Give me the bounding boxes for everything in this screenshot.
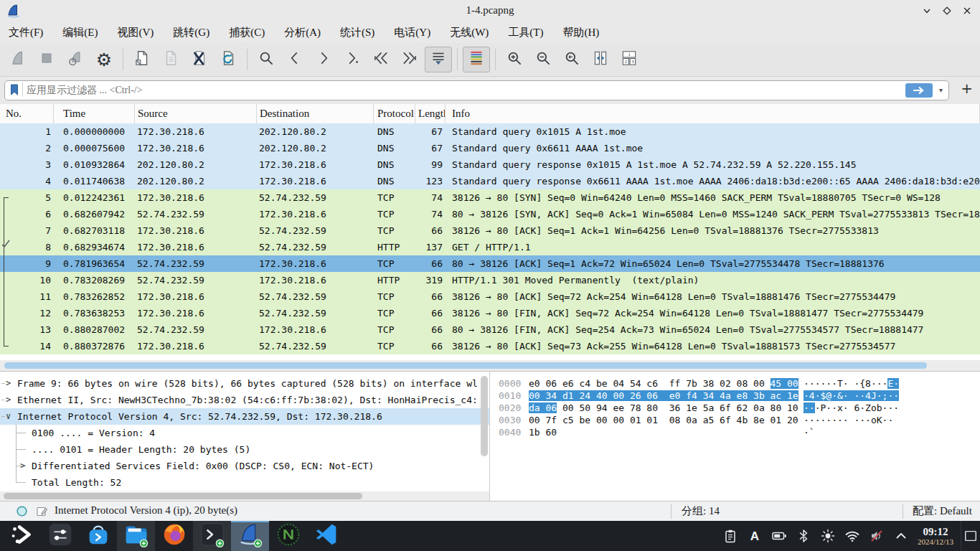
dock-item-terminal[interactable]	[193, 521, 231, 551]
find-packet-button[interactable]	[253, 47, 280, 72]
dock-item-file-manager[interactable]	[117, 521, 155, 551]
detail-row-5[interactable]: >Differentiated Services Field: 0x00 (DS…	[0, 458, 489, 474]
detail-row-0[interactable]: >Frame 9: 66 bytes on wire (528 bits), 6…	[0, 375, 489, 392]
detail-row-4[interactable]: .... 0101 = Header Length: 20 bytes (5)	[0, 441, 489, 458]
packet-row-6[interactable]: 60.68260794252.74.232.59172.30.218.6TCP7…	[0, 206, 980, 222]
colorize-packets-button[interactable]	[463, 47, 490, 72]
details-vscrollbar-thumb[interactable]	[481, 376, 488, 456]
column-header-destination[interactable]: Destination	[257, 104, 374, 123]
column-header-length[interactable]: Length	[415, 104, 446, 123]
tray-collapse-icon[interactable]	[890, 525, 912, 547]
packet-row-7[interactable]: 70.682703118172.30.218.652.74.232.59TCP6…	[0, 222, 980, 239]
menu-item-5[interactable]: 分析(A)	[284, 26, 321, 39]
add-filter-button[interactable]: +	[961, 81, 973, 95]
layout-chooser-button[interactable]: 123	[616, 47, 643, 72]
detail-row-2[interactable]: ∨Internet Protocol Version 4, Src: 52.74…	[0, 408, 489, 425]
menu-item-0[interactable]: 文件(F)	[9, 26, 43, 39]
packet-row-1[interactable]: 10.000000000172.30.218.6202.120.80.2DNS6…	[0, 123, 980, 140]
details-hscrollbar[interactable]	[0, 491, 489, 501]
go-last-packet-button[interactable]	[396, 47, 423, 72]
packet-row-3[interactable]: 30.010932864202.120.80.2172.30.218.6DNS9…	[0, 156, 980, 173]
close-file-button[interactable]	[186, 47, 213, 72]
minimize-button[interactable]	[921, 5, 933, 17]
apply-filter-button[interactable]	[905, 83, 933, 98]
column-header-info[interactable]: Info	[446, 104, 980, 123]
hex-row-0000[interactable]: 0000e0 06 e6 c4 be 04 54 c6 ff 7b 38 02 …	[490, 377, 980, 390]
go-to-packet-button[interactable]	[339, 47, 366, 72]
tray-clipboard-icon[interactable]	[720, 525, 741, 547]
expert-info-icon[interactable]	[16, 505, 28, 520]
display-filter-field[interactable]: ▾	[4, 80, 949, 100]
dock-item-app-store[interactable]	[79, 521, 117, 551]
tray-bluetooth-icon[interactable]	[793, 525, 814, 547]
tray-volume-muted-icon[interactable]	[866, 525, 887, 547]
menu-item-1[interactable]: 编辑(E)	[62, 26, 98, 39]
packet-row-5[interactable]: 50.012242361172.30.218.652.74.232.59TCP7…	[0, 189, 980, 206]
menu-item-6[interactable]: 统计(S)	[340, 26, 374, 39]
expand-icon[interactable]: >	[6, 375, 11, 392]
filter-dropdown-caret[interactable]: ▾	[939, 86, 943, 94]
column-header-no[interactable]: No.	[0, 104, 54, 123]
menu-item-7[interactable]: 电话(Y)	[394, 26, 430, 39]
packet-row-13[interactable]: 130.88028700252.74.232.59172.30.218.6TCP…	[0, 321, 980, 338]
menu-item-2[interactable]: 视图(V)	[118, 26, 154, 39]
packet-row-4[interactable]: 40.011740638202.120.80.2172.30.218.6DNS1…	[0, 173, 980, 189]
hex-row-0010[interactable]: 001000 34 d1 24 40 00 26 06 e0 f4 34 4a …	[490, 390, 980, 402]
packet-row-14[interactable]: 140.880372876172.30.218.652.74.232.59TCP…	[0, 338, 980, 354]
capture-options-button[interactable]: ⚙	[90, 47, 118, 72]
go-forward-button[interactable]	[310, 47, 337, 72]
zoom-out-button[interactable]	[529, 47, 557, 72]
menu-item-8[interactable]: 无线(W)	[450, 26, 489, 39]
reload-file-button[interactable]	[215, 47, 242, 72]
menu-item-3[interactable]: 跳转(G)	[173, 26, 209, 39]
clock[interactable]: 09:12 2024/12/13	[918, 526, 953, 547]
column-header-time[interactable]: Time	[54, 104, 135, 123]
column-header-protocol[interactable]: Protocol	[374, 104, 415, 123]
tray-input-method-a-icon[interactable]: A	[744, 525, 765, 547]
column-header-source[interactable]: Source	[135, 104, 257, 123]
detail-row-1[interactable]: >Ethernet II, Src: NewH3CTechno_7b:38:02…	[0, 392, 489, 408]
detail-row-6[interactable]: Total Length: 52	[0, 474, 489, 491]
auto-scroll-button[interactable]	[425, 47, 452, 72]
tray-battery-icon[interactable]	[768, 525, 790, 547]
hex-row-0040[interactable]: 00401b 60·`	[490, 426, 980, 438]
menu-item-9[interactable]: 工具(T)	[508, 26, 543, 39]
packet-row-8[interactable]: 80.682934674172.30.218.652.74.232.59HTTP…	[0, 239, 980, 255]
dock-item-launcher[interactable]	[3, 521, 41, 551]
packet-row-12[interactable]: 120.783638253172.30.218.652.74.232.59TCP…	[0, 305, 980, 321]
packet-list-hscrollbar[interactable]	[0, 360, 980, 371]
expand-icon[interactable]: >	[20, 458, 25, 474]
capture-comment-icon[interactable]	[36, 505, 48, 520]
menu-item-4[interactable]: 捕获(C)	[229, 26, 265, 39]
show-desktop-button[interactable]	[961, 521, 980, 551]
expand-icon[interactable]: >	[6, 392, 11, 408]
packet-row-11[interactable]: 110.783262852172.30.218.652.74.232.59TCP…	[0, 288, 980, 305]
scrollbar-thumb[interactable]	[4, 362, 927, 369]
scrollbar-thumb[interactable]	[4, 493, 362, 499]
packet-row-10[interactable]: 100.78320826952.74.232.59172.30.218.6HTT…	[0, 272, 980, 288]
collapse-icon[interactable]: ∨	[6, 408, 11, 425]
resize-columns-button[interactable]	[587, 47, 614, 72]
dock-item-firefox[interactable]	[155, 521, 193, 551]
go-first-packet-button[interactable]	[367, 47, 395, 72]
detail-row-3[interactable]: 0100 .... = Version: 4	[0, 425, 489, 441]
status-profile[interactable]: 配置: Default	[913, 504, 972, 518]
dock-item-control-center[interactable]	[41, 521, 79, 551]
open-file-button[interactable]	[128, 47, 156, 72]
dock-item-wireshark[interactable]	[231, 521, 269, 551]
packet-row-2[interactable]: 20.000075600172.30.218.6202.120.80.2DNS6…	[0, 140, 980, 156]
maximize-button[interactable]	[941, 5, 953, 17]
zoom-in-button[interactable]	[501, 47, 528, 72]
tray-wifi-icon[interactable]	[842, 525, 863, 547]
filter-bookmark-icon[interactable]	[6, 83, 23, 97]
tray-brightness-icon[interactable]	[817, 525, 839, 547]
go-back-button[interactable]	[281, 47, 308, 72]
dock-item-vscode[interactable]	[307, 521, 345, 551]
hex-row-0020[interactable]: 0020da 06 00 50 94 ee 78 80 36 1e 5a 6f …	[490, 402, 980, 414]
packet-row-9[interactable]: 90.78196365452.74.232.59172.30.218.6TCP6…	[0, 255, 980, 272]
filter-input[interactable]	[25, 82, 896, 99]
close-button[interactable]	[961, 5, 973, 17]
menu-item-10[interactable]: 帮助(H)	[562, 26, 599, 39]
zoom-reset-button[interactable]	[558, 47, 585, 72]
dock-item-neovim[interactable]	[269, 521, 307, 551]
